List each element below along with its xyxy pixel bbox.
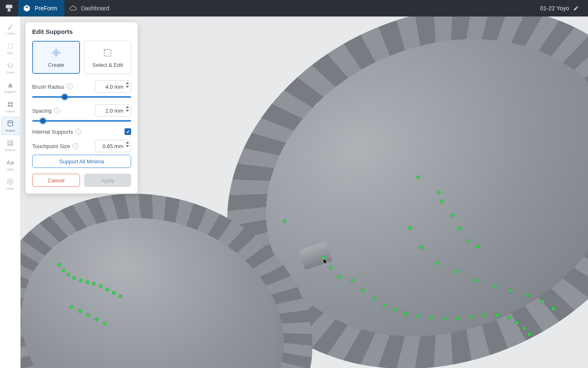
svg-rect-3 xyxy=(8,105,10,107)
touchpoint-size-label: Touchpoint Size i xyxy=(32,143,78,149)
svg-rect-21 xyxy=(104,50,111,56)
texture-icon xyxy=(6,139,15,148)
info-icon[interactable]: i xyxy=(67,84,73,90)
svg-point-10 xyxy=(56,54,57,56)
tool-hole[interactable]: Hole xyxy=(1,175,19,193)
svg-point-19 xyxy=(52,52,52,53)
svg-rect-1 xyxy=(8,102,10,104)
svg-point-13 xyxy=(54,50,55,51)
tab-dashboard[interactable]: Dashboard xyxy=(64,0,117,17)
svg-point-11 xyxy=(53,52,54,53)
select-icon xyxy=(102,47,113,59)
mode-select-edit[interactable]: Select & Edit xyxy=(84,41,131,74)
tab-label: Dashboard xyxy=(81,5,109,12)
svg-point-12 xyxy=(58,52,59,53)
support-all-minima-button[interactable]: Support All Minima xyxy=(32,155,131,168)
top-bar: PreForm Dashboard 01-22 Yoyo xyxy=(0,0,588,17)
filename[interactable]: 01-22 Yoyo xyxy=(540,5,588,12)
tool-label[interactable]: Aa Label xyxy=(1,156,19,174)
info-icon[interactable]: i xyxy=(54,108,60,113)
size-icon xyxy=(6,42,15,51)
svg-rect-2 xyxy=(10,102,12,104)
stepper-arrows[interactable] xyxy=(126,82,129,88)
check-icon xyxy=(126,130,130,134)
brush-radius-slider[interactable] xyxy=(32,96,131,98)
app-logo[interactable] xyxy=(0,0,18,17)
svg-point-20 xyxy=(60,52,61,53)
apply-button[interactable]: Apply xyxy=(84,174,131,187)
brush-radius-input[interactable]: 4.0 mm xyxy=(95,80,131,93)
orient-icon xyxy=(6,61,15,70)
info-icon[interactable]: i xyxy=(75,129,81,134)
slider-thumb[interactable] xyxy=(40,118,46,124)
edit-supports-panel: Edit Supports Create Select & Edit Brush… xyxy=(26,22,138,193)
hole-icon xyxy=(6,177,15,186)
svg-point-14 xyxy=(57,50,58,51)
spacing-slider[interactable] xyxy=(32,120,131,122)
tool-layout[interactable]: Layout xyxy=(1,97,19,116)
filename-text: 01-22 Yoyo xyxy=(540,5,569,12)
svg-point-8 xyxy=(55,52,57,54)
svg-point-5 xyxy=(8,121,13,123)
svg-rect-6 xyxy=(8,141,13,146)
hollow-icon xyxy=(6,119,15,128)
panel-title: Edit Supports xyxy=(32,28,131,35)
tool-texture[interactable]: Texture xyxy=(1,136,19,154)
stepper-arrows[interactable] xyxy=(126,106,129,112)
layout-icon xyxy=(6,100,15,109)
cancel-button[interactable]: Cancel xyxy=(32,174,80,187)
support-icon xyxy=(6,80,15,90)
slider-thumb[interactable] xyxy=(62,94,68,100)
wand-icon xyxy=(6,22,15,31)
pencil-icon[interactable] xyxy=(573,5,579,11)
svg-rect-4 xyxy=(10,105,12,107)
tool-orient[interactable]: Orient xyxy=(1,59,19,77)
tool-support[interactable]: Support xyxy=(1,78,19,96)
svg-point-18 xyxy=(56,57,56,57)
mode-label: Select & Edit xyxy=(92,62,123,68)
tool-1click[interactable]: 1-Click xyxy=(1,20,19,38)
tab-preform[interactable]: PreForm xyxy=(18,0,64,17)
tab-label: PreForm xyxy=(35,5,57,12)
internal-supports-checkbox[interactable] xyxy=(125,128,131,135)
stepper-arrows[interactable] xyxy=(126,142,129,147)
spacing-label: Spacing i xyxy=(32,108,60,114)
mode-create[interactable]: Create xyxy=(32,41,80,74)
cube-icon xyxy=(23,5,31,12)
cloud-icon xyxy=(69,5,77,12)
tool-size[interactable]: Size xyxy=(1,39,19,57)
svg-point-15 xyxy=(54,54,55,54)
butterfly-icon xyxy=(5,4,14,13)
svg-rect-0 xyxy=(8,44,12,49)
left-toolbar: 1-Click Size Orient Support Layout Hollo… xyxy=(0,17,21,368)
internal-supports-label: Internal Supports i xyxy=(32,129,81,135)
svg-point-16 xyxy=(57,54,58,54)
svg-point-7 xyxy=(9,181,11,183)
spacing-input[interactable]: 2.0 mm xyxy=(95,104,131,117)
tool-hollow[interactable]: Hollow xyxy=(1,117,19,135)
svg-point-17 xyxy=(56,48,56,49)
brush-radius-label: Brush Radius i xyxy=(32,84,73,90)
mode-label: Create xyxy=(48,62,64,68)
svg-point-9 xyxy=(56,50,57,51)
info-icon[interactable]: i xyxy=(73,143,78,149)
touchpoint-size-input[interactable]: 0.65 mm xyxy=(95,140,131,152)
label-icon: Aa xyxy=(6,158,15,167)
create-icon xyxy=(50,47,62,59)
